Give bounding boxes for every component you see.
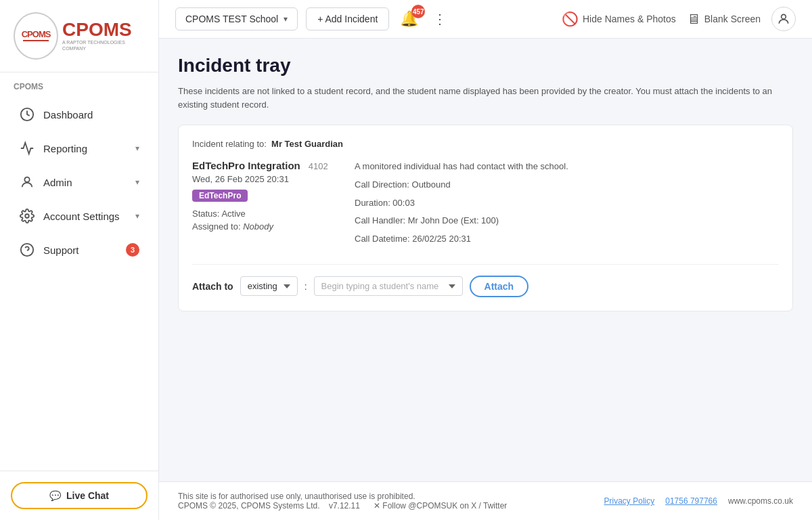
- incident-detail-3: Call Handler: Mr John Doe (Ext: 100): [355, 214, 779, 228]
- incident-date: Wed, 26 Feb 2025 20:31: [192, 174, 341, 184]
- incident-assigned: Assigned to: Nobody: [192, 221, 341, 232]
- sidebar: CPOMS CPOMS A RAPTOR TECHNOLOGIES COMPAN…: [0, 0, 159, 520]
- main-area: CPOMS TEST School ▾ + Add Incident 🔔 457…: [159, 0, 812, 520]
- incident-right-panel: A monitored individual has had contact w…: [355, 160, 779, 251]
- guardian-name: Mr Test Guardian: [271, 139, 343, 149]
- hide-icon: 🚫: [562, 11, 579, 27]
- footer-social: ✕ Follow @CPOMSUK on X / Twitter: [374, 501, 507, 511]
- chevron-down-icon: ▾: [135, 211, 139, 221]
- sidebar-item-support-label: Support: [43, 244, 79, 256]
- incident-source: EdTechPro Integration: [192, 160, 300, 171]
- dashboard-icon: [19, 106, 35, 123]
- status-value: Active: [221, 209, 245, 219]
- blank-screen-button[interactable]: 🖥 Blank Screen: [687, 12, 761, 27]
- sidebar-item-reporting-label: Reporting: [43, 143, 87, 154]
- blank-screen-label: Blank Screen: [704, 14, 761, 24]
- chevron-down-icon: ▾: [135, 177, 139, 187]
- assigned-value: Nobody: [243, 221, 273, 232]
- attach-type-select[interactable]: existing new: [240, 276, 298, 296]
- footer-version: v7.12.11: [329, 501, 360, 511]
- svg-point-2: [25, 214, 29, 218]
- sidebar-footer: 💬 Live Chat: [0, 471, 158, 520]
- assigned-label: Assigned to:: [192, 221, 241, 232]
- attach-label: Attach to: [192, 281, 233, 292]
- page-title: Incident tray: [178, 55, 793, 77]
- chat-icon: 💬: [49, 490, 61, 501]
- live-chat-button[interactable]: 💬 Live Chat: [11, 482, 148, 509]
- incident-relating-to: Incident relating to: Mr Test Guardian: [192, 139, 779, 149]
- topbar-actions: 🚫 Hide Names & Photos 🖥 Blank Screen: [562, 7, 796, 31]
- incident-status: Status: Active: [192, 209, 341, 219]
- privacy-policy-link[interactable]: Privacy Policy: [604, 496, 655, 506]
- footer-copyright: CPOMS © 2025, CPOMS Systems Ltd.: [178, 501, 320, 511]
- screen-icon: 🖥: [687, 12, 700, 27]
- footer-copyright-row: CPOMS © 2025, CPOMS Systems Ltd. v7.12.1…: [178, 501, 507, 511]
- incident-detail-4: Call Datetime: 26/02/25 20:31: [355, 232, 779, 246]
- add-incident-label: + Add Incident: [317, 14, 378, 24]
- incident-body: EdTechPro Integration 4102 Wed, 26 Feb 2…: [192, 160, 779, 251]
- school-chevron-icon: ▾: [284, 14, 288, 24]
- incident-number: 4102: [309, 161, 328, 171]
- incident-header-row: EdTechPro Integration 4102: [192, 160, 341, 171]
- page-content: Incident tray These incidents are not li…: [159, 39, 812, 481]
- phone-link[interactable]: 01756 797766: [665, 496, 717, 506]
- attach-student-select[interactable]: Begin typing a student's name: [314, 276, 463, 296]
- attach-row: Attach to existing new : Begin typing a …: [192, 264, 779, 297]
- live-chat-label: Live Chat: [66, 490, 109, 501]
- footer-right: Privacy Policy 01756 797766 www.cpoms.co…: [604, 496, 793, 506]
- hide-names-label: Hide Names & Photos: [583, 14, 676, 24]
- chevron-down-icon: ▾: [135, 144, 139, 153]
- footer-website: www.cpoms.co.uk: [728, 496, 793, 506]
- sidebar-item-admin[interactable]: Admin ▾: [5, 166, 153, 198]
- notification-badge: 457: [411, 5, 425, 18]
- support-badge: 3: [126, 243, 139, 257]
- logo-area: CPOMS CPOMS A RAPTOR TECHNOLOGIES COMPAN…: [0, 0, 158, 72]
- sidebar-item-admin-label: Admin: [43, 177, 72, 188]
- settings-icon: [19, 208, 35, 224]
- incident-left-panel: EdTechPro Integration 4102 Wed, 26 Feb 2…: [192, 160, 341, 251]
- sidebar-nav: Dashboard Reporting ▾: [0, 97, 158, 471]
- sidebar-item-account-settings-label: Account Settings: [43, 211, 120, 222]
- svg-point-1: [24, 177, 29, 182]
- sidebar-item-support[interactable]: Support 3: [5, 234, 153, 266]
- support-icon: [19, 242, 35, 258]
- page-description: These incidents are not linked to a stud…: [178, 85, 793, 111]
- status-label: Status:: [192, 209, 219, 219]
- topbar: CPOMS TEST School ▾ + Add Incident 🔔 457…: [159, 0, 812, 39]
- user-avatar-button[interactable]: [771, 7, 796, 31]
- footer-legal: This site is for authorised use only, un…: [178, 492, 507, 501]
- sidebar-item-reporting[interactable]: Reporting ▾: [5, 132, 153, 165]
- hide-names-button[interactable]: 🚫 Hide Names & Photos: [562, 11, 676, 27]
- more-options-button[interactable]: ⋮: [429, 8, 451, 30]
- incident-detail-1: Call Direction: Outbound: [355, 178, 779, 192]
- sidebar-item-dashboard-label: Dashboard: [43, 109, 93, 121]
- footer: This site is for authorised use only, un…: [159, 481, 812, 520]
- logo-icon: CPOMS: [14, 12, 58, 60]
- incident-detail-2: Duration: 00:03: [355, 196, 779, 211]
- add-incident-button[interactable]: + Add Incident: [306, 7, 389, 30]
- school-name: CPOMS TEST School: [185, 14, 278, 24]
- sidebar-item-account-settings[interactable]: Account Settings ▾: [5, 200, 153, 232]
- sidebar-item-dashboard[interactable]: Dashboard: [5, 98, 153, 131]
- incident-card: Incident relating to: Mr Test Guardian E…: [178, 125, 793, 311]
- school-selector[interactable]: CPOMS TEST School ▾: [175, 7, 298, 30]
- sidebar-section-label: CPOMS: [0, 72, 158, 97]
- attach-colon: :: [304, 281, 307, 292]
- reporting-icon: [19, 140, 35, 156]
- attach-button[interactable]: Attach: [470, 276, 529, 297]
- svg-point-5: [782, 14, 786, 19]
- logo-subtext: A RAPTOR TECHNOLOGIES COMPANY: [62, 39, 145, 51]
- incident-tag: EdTechPro: [192, 190, 248, 202]
- footer-left: This site is for authorised use only, un…: [178, 492, 507, 511]
- relating-to-label: Incident relating to:: [192, 139, 267, 149]
- notification-button[interactable]: 🔔 457: [397, 7, 421, 30]
- incident-detail-0: A monitored individual has had contact w…: [355, 160, 779, 174]
- admin-icon: [19, 174, 35, 190]
